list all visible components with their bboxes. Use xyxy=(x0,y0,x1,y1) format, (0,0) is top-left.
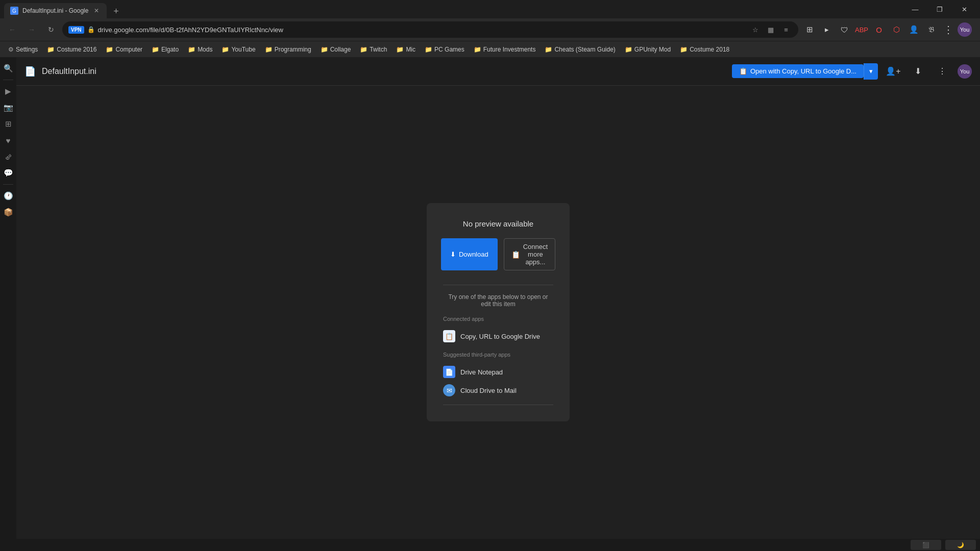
connected-apps-label: Connected apps xyxy=(443,316,553,322)
connect-label: Connect more apps... xyxy=(523,243,548,266)
toolbar-icon-adblock[interactable]: ABP xyxy=(853,21,870,38)
folder-icon-8: 📁 xyxy=(360,46,368,53)
open-with-button[interactable]: 📋 Open with Copy, URL to Google D... xyxy=(732,64,864,78)
bookmark-costume2018[interactable]: 📁 Costume 2018 xyxy=(676,44,733,55)
no-preview-title: No preview available xyxy=(443,219,553,228)
user-avatar[interactable]: You xyxy=(958,22,972,37)
active-tab[interactable]: G DefaultInput.ini - Google ✕ xyxy=(4,3,107,18)
sidebar-grid[interactable]: ⊞ xyxy=(1,117,15,131)
bookmark-cheats[interactable]: 📁 Cheats (Steam Guide) xyxy=(541,44,619,55)
bookmark-costume2016[interactable]: 📁 Costume 2016 xyxy=(43,44,101,55)
sidebar-toggle-button[interactable]: ⬛ xyxy=(911,540,941,550)
bookmarks-bar: ⚙ Settings 📁 Costume 2016 📁 Computer 📁 E… xyxy=(0,41,980,57)
toolbar-icon-red[interactable]: ⬡ xyxy=(888,21,904,38)
toolbar-icon-user2[interactable]: 𝔅 xyxy=(923,21,939,38)
bookmark-computer[interactable]: 📁 Computer xyxy=(102,44,146,55)
toolbar-menu[interactable]: ⋮ xyxy=(940,21,957,38)
open-btn-label: Open with Copy, URL to Google D... xyxy=(750,67,856,75)
download-label: Download xyxy=(459,251,488,258)
forward-button[interactable]: → xyxy=(23,21,40,38)
more-options-button[interactable]: ⋮ xyxy=(933,62,951,81)
user-avatar-drive[interactable]: You xyxy=(958,64,972,79)
reload-button[interactable]: ↻ xyxy=(43,21,59,38)
lock-icon: 🔒 xyxy=(87,26,95,33)
no-preview-card: No preview available ⬇ Download 📋 Connec… xyxy=(427,203,570,421)
download-header-button[interactable]: ⬇ xyxy=(909,62,927,81)
sidebar-history[interactable]: 🕐 xyxy=(1,189,15,203)
content-area: 📄 DefaultInput.ini 📋 Open with Copy, URL… xyxy=(16,57,980,539)
drive-header: 📄 DefaultInput.ini 📋 Open with Copy, URL… xyxy=(16,57,980,86)
bookmark-elgato[interactable]: 📁 Elgato xyxy=(148,44,183,55)
bookmark-mods[interactable]: 📁 Mods xyxy=(184,44,216,55)
reader-icon[interactable]: ≡ xyxy=(780,23,792,36)
address-field[interactable]: VPN 🔒 drive.google.com/file/d/0B-t2fAhN2… xyxy=(62,21,798,38)
bookmark-youtube[interactable]: 📁 YouTube xyxy=(217,44,259,55)
status-bar: ⬛ 🌙 xyxy=(0,539,980,551)
drive-notepad-icon: 📄 xyxy=(443,366,455,378)
connect-icon: 📋 xyxy=(511,251,520,259)
bottom-divider xyxy=(443,405,553,405)
folder-icon-7: 📁 xyxy=(321,46,328,53)
drive-notepad-name: Drive Notepad xyxy=(460,368,503,376)
bookmark-star-icon[interactable]: ☆ xyxy=(749,23,762,36)
copy-url-app-icon: 📋 xyxy=(443,330,455,342)
bookmark-settings[interactable]: ⚙ Settings xyxy=(4,44,42,55)
tab-bar: G DefaultInput.ini - Google ✕ + — ❐ ✕ xyxy=(0,0,980,18)
sidebar-divider-1 xyxy=(3,80,13,80)
app-item-cloud-drive-mail[interactable]: ✉ Cloud Drive to Mail xyxy=(443,381,553,399)
bookmark-collage[interactable]: 📁 Collage xyxy=(316,44,355,55)
browser-toolbar: ⊞ ▸ 🛡 ABP O ⬡ 👤 𝔅 ⋮ You xyxy=(801,21,976,38)
sidebar-search[interactable]: 🔍 xyxy=(1,61,15,76)
folder-icon-10: 📁 xyxy=(425,46,432,53)
sidebar: 🔍 ▶ 📷 ⊞ ♥ 🗞 💬 🕐 📦 xyxy=(0,57,16,539)
toolbar-icon-1[interactable]: ⊞ xyxy=(801,21,818,38)
bookmark-future[interactable]: 📁 Future Investments xyxy=(470,44,540,55)
bookmark-pcgames[interactable]: 📁 PC Games xyxy=(421,44,469,55)
back-button[interactable]: ← xyxy=(4,21,20,38)
cloud-drive-mail-name: Cloud Drive to Mail xyxy=(460,387,517,394)
open-btn-icon: 📋 xyxy=(739,67,747,75)
new-tab-button[interactable]: + xyxy=(109,4,123,18)
app-item-drive-notepad[interactable]: 📄 Drive Notepad xyxy=(443,363,553,381)
suggested-section: Suggested third-party apps 📄 Drive Notep… xyxy=(443,352,553,399)
open-with-dropdown-button[interactable]: ▾ xyxy=(864,63,878,80)
close-button[interactable]: ✕ xyxy=(952,0,976,18)
restore-button[interactable]: ❐ xyxy=(928,0,951,18)
download-icon: ⬇ xyxy=(450,251,456,258)
tab-title: DefaultInput.ini - Google xyxy=(22,7,88,14)
sidebar-play[interactable]: ▶ xyxy=(1,84,15,98)
bookmark-programming[interactable]: 📁 Programming xyxy=(261,44,315,55)
theme-toggle-button[interactable]: 🌙 xyxy=(945,540,976,550)
sidebar-chat[interactable]: 💬 xyxy=(1,166,15,180)
bookmark-twitch[interactable]: 📁 Twitch xyxy=(356,44,391,55)
folder-icon-13: 📁 xyxy=(625,46,632,53)
sidebar-divider-2 xyxy=(3,184,13,185)
settings-icon: ⚙ xyxy=(8,46,14,53)
toolbar-icon-profile[interactable]: 👤 xyxy=(905,21,922,38)
try-text: Try one of the apps below to open or edi… xyxy=(443,293,553,308)
folder-icon-6: 📁 xyxy=(265,46,273,53)
sidebar-news[interactable]: 🗞 xyxy=(1,149,15,164)
toolbar-icon-opera[interactable]: O xyxy=(871,21,887,38)
app-item-copy-url[interactable]: 📋 Copy, URL to Google Drive xyxy=(443,327,553,345)
folder-icon-1: 📁 xyxy=(47,46,55,53)
bookmark-mic[interactable]: 📁 Mic xyxy=(392,44,420,55)
folder-icon-2: 📁 xyxy=(106,46,113,53)
folder-icon-3: 📁 xyxy=(152,46,159,53)
toolbar-icon-2[interactable]: ▸ xyxy=(819,21,835,38)
sidebar-heart[interactable]: ♥ xyxy=(1,133,15,147)
add-people-button[interactable]: 👤+ xyxy=(884,62,902,81)
sidebar-box[interactable]: 📦 xyxy=(1,205,15,219)
minimize-button[interactable]: — xyxy=(903,0,927,18)
tab-close-button[interactable]: ✕ xyxy=(92,7,101,15)
sidebar-camera[interactable]: 📷 xyxy=(1,101,15,115)
picture-in-picture-icon[interactable]: ▦ xyxy=(765,23,777,36)
toolbar-icon-3[interactable]: 🛡 xyxy=(836,21,852,38)
address-bar: ← → ↻ VPN 🔒 drive.google.com/file/d/0B-t… xyxy=(0,18,980,41)
folder-icon-9: 📁 xyxy=(396,46,404,53)
suggested-apps-label: Suggested third-party apps xyxy=(443,352,553,358)
bookmark-gpunity[interactable]: 📁 GPUnity Mod xyxy=(621,44,675,55)
connect-more-apps-button[interactable]: 📋 Connect more apps... xyxy=(504,238,555,270)
browser-chrome: G DefaultInput.ini - Google ✕ + — ❐ ✕ ← … xyxy=(0,0,980,57)
download-button[interactable]: ⬇ Download xyxy=(441,238,498,270)
